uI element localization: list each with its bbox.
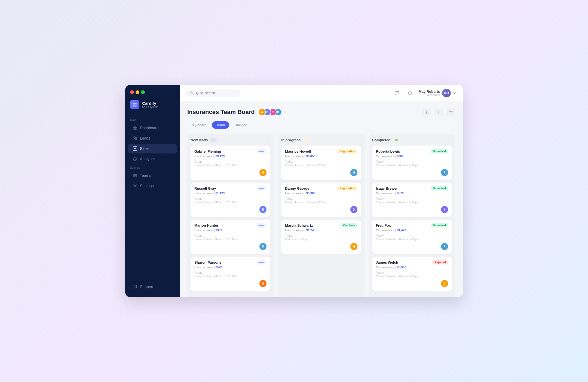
svg-point-9 <box>136 137 137 139</box>
board-tabs: My board Team Backlog <box>187 121 455 129</box>
card-header: Danny George Negociation <box>285 186 357 190</box>
svg-rect-5 <box>135 126 137 128</box>
card-badge: Negociation <box>337 149 357 153</box>
card-insurance: Car insurance | $987 <box>376 155 448 158</box>
svg-point-12 <box>134 174 135 176</box>
card-name: Isaac Brewer <box>376 186 398 190</box>
add-button[interactable] <box>434 108 443 116</box>
card-header: Russell Gray new <box>194 186 267 190</box>
card-contact: Contact btween 8:00am to 12:00pm <box>285 201 357 204</box>
sidebar-item-leads[interactable]: Leads <box>128 133 177 143</box>
app-subtitle: Sales system <box>142 106 158 109</box>
card[interactable]: Fred Fox Done deal Car insurance | $1,42… <box>372 220 452 254</box>
card[interactable]: Sharon Parsons new Car insurance | $570 … <box>191 257 270 291</box>
card[interactable]: Isaac Brewer Done deal Car insurance | $… <box>372 183 452 217</box>
chat-button[interactable] <box>393 89 401 97</box>
svg-rect-1 <box>135 103 137 104</box>
card-header: Maurice Howell Negociation <box>285 149 357 153</box>
tab-my-board[interactable]: My board <box>187 121 211 129</box>
card-contact: Contact btween 8:00am to 12:00pm <box>376 164 448 167</box>
card-header: Marion Hunter new <box>194 223 267 227</box>
card[interactable]: Marion Hunter new Car insurance | $987 T… <box>191 220 270 254</box>
page-title: Insurances Team Board <box>187 109 255 116</box>
user-avatar: MR <box>442 89 451 97</box>
column-more-button[interactable]: ··· <box>267 137 270 142</box>
svg-rect-7 <box>135 128 137 130</box>
team-avatar: A <box>258 108 266 116</box>
card-badge: new <box>257 260 267 264</box>
svg-rect-3 <box>135 105 137 107</box>
column-header: Completed 49 ··· <box>372 137 452 142</box>
card-avatar: J <box>441 280 448 287</box>
svg-rect-4 <box>133 126 135 128</box>
sidebar-item-analytics[interactable]: Analytics <box>128 154 177 164</box>
card-date: Today <box>285 160 357 163</box>
settings-icon <box>133 184 137 188</box>
column-more-button[interactable]: ··· <box>448 137 452 142</box>
card-insurance: Car insurance | $3,453 <box>285 155 357 158</box>
column-more-button[interactable]: ··· <box>357 137 361 142</box>
column-completed: Completed 49 ··· Roberta Lewis Done deal… <box>369 134 455 297</box>
card-name: Sharon Parsons <box>194 260 222 264</box>
content-area: Insurances Team Board A B C D <box>180 101 463 297</box>
column-title: New leads <box>191 138 208 142</box>
card-avatar: G <box>259 169 267 176</box>
card[interactable]: James Welch Rejected Car insurance | $5,… <box>372 257 452 291</box>
tab-team[interactable]: Team <box>212 121 229 129</box>
card-date: Today <box>194 197 267 200</box>
card-contact: Contact btween 8:00am to 12:00pm <box>194 164 267 167</box>
card-avatar: M <box>350 243 357 250</box>
user-info[interactable]: May Roberts Salescenter MR <box>419 89 456 97</box>
card-date: Today <box>194 160 267 163</box>
minimize-button[interactable] <box>136 90 139 94</box>
card-contact: Contact btween 8:00am to 12:00pm <box>376 275 448 278</box>
chevron-down-icon <box>453 91 456 95</box>
sidebar-item-sales[interactable]: Sales <box>128 144 177 153</box>
search-icon <box>190 91 194 95</box>
menu-button[interactable] <box>446 108 455 116</box>
card-badge: new <box>257 149 267 153</box>
card[interactable]: Maurice Howell Negociation Car insurance… <box>281 146 361 180</box>
card[interactable]: Russell Gray new Car insurance | $1,423 … <box>191 183 270 217</box>
card-contact: Contact btween 8:00am to 12:00pm <box>285 164 357 167</box>
export-button[interactable] <box>422 108 431 116</box>
close-button[interactable] <box>130 90 134 94</box>
maximize-button[interactable] <box>141 90 145 94</box>
card-name: Fred Fox <box>376 223 391 227</box>
search-input[interactable] <box>196 91 234 95</box>
card-header: Marcia Schwartz Call back <box>285 223 357 227</box>
page-header: Insurances Team Board A B C D <box>187 108 455 116</box>
card-badge: Rejected <box>432 260 448 264</box>
column-header: New leads 12 ··· <box>191 137 270 142</box>
search-box[interactable] <box>186 90 241 97</box>
card[interactable]: Roberta Lewis Done deal Car insurance | … <box>372 146 452 180</box>
card-insurance: Car insurance | $5,986 <box>376 266 448 269</box>
card-header: Gabriel Fleming new <box>194 149 267 153</box>
card-name: Roberta Lewis <box>376 149 400 153</box>
card-date: Today <box>376 160 448 163</box>
card-header: Roberta Lewis Done deal <box>376 149 448 153</box>
sidebar-item-settings-label: Settings <box>140 184 154 188</box>
card[interactable]: Danny George Negociation Car insurance |… <box>281 183 361 217</box>
tab-backlog[interactable]: Backlog <box>230 121 252 129</box>
column-title: Completed <box>372 138 390 142</box>
column-title: In progress <box>281 138 301 142</box>
sidebar-item-teams[interactable]: Teams <box>128 171 177 180</box>
card[interactable]: Marcia Schwartz Call back Car insurance … <box>281 220 361 254</box>
card-insurance: Car insurance | $5,986 <box>285 192 357 195</box>
sidebar-item-sales-label: Sales <box>140 146 149 151</box>
cards-list: Maurice Howell Negociation Car insurance… <box>281 146 361 254</box>
notification-button[interactable] <box>406 89 414 97</box>
topbar: May Roberts Salescenter MR <box>180 85 463 101</box>
sidebar-item-support[interactable]: Support <box>128 282 177 292</box>
sidebar-item-settings[interactable]: Settings <box>128 181 177 191</box>
card-badge: Done deal <box>431 223 448 227</box>
card[interactable]: Gabriel Fleming new Car insurance | $3,4… <box>191 146 270 180</box>
card-avatar: D <box>350 206 357 213</box>
analytics-icon <box>133 157 137 161</box>
sidebar-item-teams-label: Teams <box>140 173 151 178</box>
card-date: Today <box>285 197 357 200</box>
sidebar-item-dashboard[interactable]: Dashboard <box>128 123 177 133</box>
card-name: Danny George <box>285 186 309 190</box>
card-badge: new <box>257 186 267 190</box>
